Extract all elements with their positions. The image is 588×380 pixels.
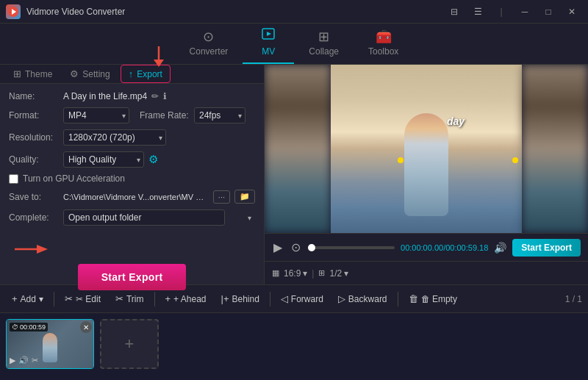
video-text-day: day xyxy=(447,115,465,127)
minimize-button[interactable]: ─ xyxy=(514,4,535,20)
progress-thumb xyxy=(308,244,315,251)
clip-edit-icon[interactable]: ✂ xyxy=(32,356,38,365)
collage-icon: ⊞ xyxy=(318,29,329,45)
save-label: Save to: xyxy=(9,192,59,202)
yellow-dot-right xyxy=(512,157,518,163)
gpu-label: Turn on GPU Acceleration xyxy=(23,173,125,184)
save-path: C:\Vidmore\Vidmore V...onverter\MV Expor… xyxy=(63,193,209,201)
tab-mv-label: MV xyxy=(262,46,275,57)
tab-mv[interactable]: MV xyxy=(243,24,294,64)
frame-rate-label: Frame Rate: xyxy=(140,110,190,121)
resolution-label: Resolution: xyxy=(9,132,59,143)
form-area: Name: A Day in the Life.mp4 ✏ ℹ Format: … xyxy=(0,84,264,239)
aspect-ratio-label: 16:9 xyxy=(284,268,301,279)
ahead-icon: + xyxy=(165,293,171,304)
separator-3 xyxy=(270,292,270,306)
complete-label: Complete: xyxy=(9,212,59,223)
tab-toolbox[interactable]: 🧰 Toolbox xyxy=(354,26,413,64)
path-folder-button[interactable]: 📁 xyxy=(234,190,255,204)
clip-play-icon[interactable]: ▶ xyxy=(10,356,15,365)
play-button[interactable]: ▶ xyxy=(272,239,284,256)
zoom-label: 1/2 xyxy=(329,268,342,279)
start-export-small-button[interactable]: Start Export xyxy=(512,239,581,257)
add-clip-icon: + xyxy=(125,334,135,354)
setting-gear-icon: ⚙ xyxy=(70,68,79,79)
add-button[interactable]: + Add ▾ xyxy=(6,290,49,307)
resolution-row: Resolution: 1280x720 (720p) xyxy=(9,129,255,146)
clip-time: ⏱ 00:00:59 xyxy=(10,323,48,331)
tab-collage[interactable]: ⊞ Collage xyxy=(294,26,354,64)
page-info: 1 / 1 xyxy=(565,294,582,304)
ahead-label: + Ahead xyxy=(173,294,206,304)
panel-tab-export-label: Export xyxy=(137,69,162,79)
zoom-button[interactable]: 1/2 ▾ xyxy=(329,268,348,279)
ahead-button[interactable]: + + Ahead xyxy=(159,290,212,307)
resolution-select[interactable]: 1280x720 (720p) xyxy=(63,129,166,146)
zoom-chevron: ▾ xyxy=(344,268,348,279)
edit-label: ✂ Edit xyxy=(76,294,101,304)
clip-vol-icon[interactable]: 🔊 xyxy=(18,356,29,365)
chat-button[interactable]: ⊟ xyxy=(444,4,465,20)
empty-trash-icon: 🗑 xyxy=(409,293,418,304)
format-select[interactable]: MP4 xyxy=(63,107,129,123)
timeline: ⏱ 00:00:59 ✕ ▶ 🔊 ✂ + xyxy=(0,312,588,375)
close-button[interactable]: ✕ xyxy=(562,4,582,20)
converter-icon: ⊙ xyxy=(203,29,214,45)
behind-button[interactable]: |+ Behind xyxy=(215,290,265,307)
info-icon[interactable]: ℹ xyxy=(163,91,167,101)
clip-controls: ▶ 🔊 ✂ xyxy=(10,356,38,365)
edit-button[interactable]: ✂ ✂ Edit xyxy=(59,290,107,307)
clip-person xyxy=(43,333,57,362)
video-right-blur xyxy=(522,65,588,233)
trim-icon: ✂ xyxy=(115,293,123,304)
frame-rate-select[interactable]: 24fps xyxy=(194,107,245,123)
path-more-button[interactable]: ··· xyxy=(213,190,230,204)
toolbox-icon: 🧰 xyxy=(376,29,392,45)
title-bar-left: Vidmore Video Converter xyxy=(6,4,125,19)
add-label: Add xyxy=(21,294,36,304)
tab-converter[interactable]: ⊙ Converter xyxy=(175,26,243,64)
aspect-ratio-button[interactable]: 16:9 ▾ xyxy=(284,268,307,279)
separator-4 xyxy=(398,292,398,306)
add-clip-button[interactable]: + xyxy=(100,319,159,369)
backward-icon: ▷ xyxy=(338,293,345,304)
volume-icon[interactable]: 🔊 xyxy=(494,242,506,254)
main-area: ⊞ Theme ⚙ Setting ↑ Export xyxy=(0,65,588,284)
menu-button[interactable]: ☰ xyxy=(467,4,488,20)
format-label: Format: xyxy=(9,110,59,121)
person-silhouette xyxy=(404,113,448,216)
separator-2 xyxy=(154,292,155,306)
progress-bar[interactable] xyxy=(308,246,395,249)
trim-label: Trim xyxy=(126,294,144,304)
start-export-button[interactable]: Start Export xyxy=(78,264,187,290)
trim-button[interactable]: ✂ Trim xyxy=(110,290,150,307)
name-edit-icon[interactable]: ✏ xyxy=(151,91,159,101)
quality-select[interactable]: High Quality xyxy=(63,151,144,168)
empty-button[interactable]: 🗑 🗑 Empty xyxy=(403,290,463,307)
panel-tab-setting[interactable]: ⚙ Setting xyxy=(62,65,117,82)
stop-button[interactable]: ⊙ xyxy=(290,239,302,256)
timeline-clip: ⏱ 00:00:59 ✕ ▶ 🔊 ✂ xyxy=(6,319,94,369)
ratio-controls: ▦ 16:9 ▾ | ⊞ 1/2 ▾ xyxy=(265,261,588,284)
maximize-button[interactable]: □ xyxy=(538,4,559,20)
panel-tab-theme[interactable]: ⊞ Theme xyxy=(6,65,60,82)
backward-button[interactable]: ▷ Backward xyxy=(332,290,393,307)
forward-button[interactable]: ◁ Forward xyxy=(275,290,329,307)
complete-select-wrap: Open output folder xyxy=(63,209,255,226)
forward-label: Forward xyxy=(291,294,323,304)
red-arrow xyxy=(151,46,166,68)
svg-marker-7 xyxy=(37,245,48,254)
complete-select[interactable]: Open output folder xyxy=(63,209,225,226)
tab-collage-label: Collage xyxy=(309,46,339,57)
gpu-checkbox[interactable] xyxy=(9,174,18,184)
right-arrow-icon xyxy=(15,242,51,257)
zoom-icon: ⊞ xyxy=(318,268,325,278)
quality-gear-icon[interactable]: ⚙ xyxy=(148,153,158,166)
empty-label: 🗑 Empty xyxy=(421,294,457,304)
backward-label: Backward xyxy=(348,294,387,304)
nav-tabs: ⊙ Converter MV ⊞ Collage 🧰 Toolbox xyxy=(0,24,588,65)
edit-scissors-icon: ✂ xyxy=(65,293,73,304)
format-row: Format: MP4 Frame Rate: 24fps xyxy=(9,107,255,123)
clip-close-button[interactable]: ✕ xyxy=(80,321,92,333)
complete-row: Complete: Open output folder xyxy=(9,209,255,226)
